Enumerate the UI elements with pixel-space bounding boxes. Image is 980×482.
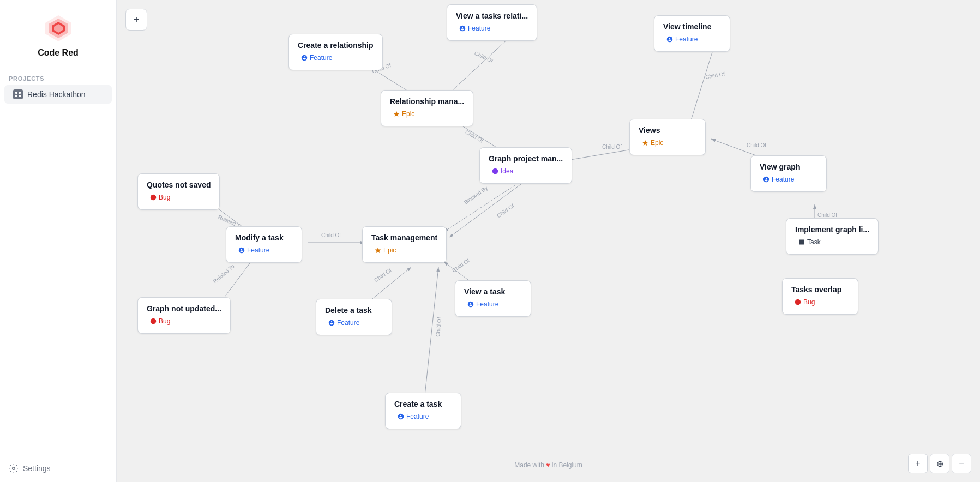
node-badge: Bug [147,192,173,202]
zoom-out-button[interactable]: − [952,454,971,473]
add-button[interactable]: + [125,9,147,31]
node-badge: Feature [464,299,502,309]
node-create-task[interactable]: Create a task Feature [385,393,461,429]
globe-button[interactable]: ⊕ [930,454,949,473]
svg-rect-6 [15,95,17,97]
node-view-tasks-rel[interactable]: View a tasks relati... Feature [447,4,537,41]
node-view-task[interactable]: View a task Feature [455,280,531,317]
svg-point-8 [13,467,15,470]
node-graph-not-updated[interactable]: Graph not updated... Bug [137,297,231,334]
node-title: View timeline [663,22,721,31]
graph-canvas: + Child Of Child Of Child Of Child Of Ch… [117,0,980,482]
node-badge: Feature [235,245,273,255]
node-relationship-mgmt[interactable]: Relationship mana... Epic [381,90,473,126]
node-title: Relationship mana... [390,97,464,106]
svg-text:Related To: Related To [212,263,236,284]
node-views[interactable]: Views Epic [629,119,706,155]
sidebar: Code Red PROJECTS Redis Hackathon Settin… [0,0,117,482]
svg-line-36 [368,267,411,303]
node-badge: Epic [390,109,418,119]
node-create-relationship[interactable]: Create a relationship Feature [288,34,383,70]
logo-area: Code Red [0,0,116,67]
node-badge: Idea [489,166,516,176]
projects-label: PROJECTS [0,67,116,85]
app-logo [43,13,74,44]
node-badge: Bug [147,316,173,326]
svg-text:Child Of: Child Of [321,232,341,238]
node-badge: Feature [456,23,494,33]
node-badge: Feature [394,412,432,421]
svg-marker-41 [642,140,648,146]
bug-icon [150,194,157,201]
svg-text:Child Of: Child Of [451,257,471,274]
feature-icon [467,301,474,308]
node-badge: Epic [639,138,666,148]
svg-marker-40 [394,111,400,117]
bug-icon [150,318,157,324]
idea-icon [492,168,498,174]
svg-rect-5 [19,92,21,94]
svg-text:Blocked By: Blocked By [463,185,489,206]
svg-text:Child Of: Child Of [435,317,442,337]
node-task-management[interactable]: Task management Epic [362,226,447,263]
settings-icon [9,463,19,473]
svg-point-42 [492,168,498,174]
node-delete-task[interactable]: Delete a task Feature [316,299,392,335]
node-title: Task management [371,233,437,242]
svg-text:Child Of: Child Of [373,267,393,284]
svg-rect-43 [799,240,804,245]
feature-icon [238,247,245,254]
node-title: Implement graph li... [795,225,869,234]
node-title: Quotes not saved [147,180,211,189]
node-implement-graph[interactable]: Implement graph li... Task [786,218,879,255]
node-quotes-not-saved[interactable]: Quotes not saved Bug [137,173,220,210]
app-name: Code Red [38,48,79,58]
node-badge: Epic [371,245,399,255]
feature-icon [328,320,335,326]
node-badge: Feature [298,53,335,63]
node-badge: Feature [663,34,701,44]
epic-icon [375,247,381,254]
node-view-timeline[interactable]: View timeline Feature [654,15,730,52]
feature-icon [763,176,769,183]
node-tasks-overlap[interactable]: Tasks overlap Bug [782,278,858,315]
footer-heart: ♥ [546,461,550,469]
svg-text:Child Of: Child Of [747,142,766,148]
svg-rect-4 [15,92,17,94]
node-title: Create a relationship [298,41,374,50]
zoom-controls: + ⊕ − [908,454,971,473]
node-badge: Bug [791,297,818,307]
node-title: Views [639,126,696,135]
task-icon [798,239,805,245]
sidebar-item-redis-hackathon[interactable]: Redis Hackathon [4,85,112,104]
node-title: Tasks overlap [791,285,849,294]
node-title: Graph not updated... [147,304,221,313]
zoom-in-button[interactable]: + [908,454,928,473]
svg-point-47 [151,318,157,324]
settings-item[interactable]: Settings [0,455,116,482]
node-title: Modify a task [235,233,293,242]
node-title: View a tasks relati... [456,11,528,20]
feature-icon [459,25,466,32]
node-title: Delete a task [325,306,383,315]
epic-icon [393,111,400,117]
footer: Made with ♥ in Belgium [514,461,582,469]
node-title: Graph project man... [489,154,563,163]
node-modify-task[interactable]: Modify a task Feature [226,226,302,263]
svg-text:Child Of: Child Of [817,212,837,218]
node-graph-project-mgmt[interactable]: Graph project man... Idea [479,147,572,184]
svg-text:Child Of: Child Of [473,50,494,64]
node-title: Create a task [394,400,452,408]
node-view-graph[interactable]: View graph Feature [750,155,827,192]
node-title: View graph [760,162,817,171]
svg-text:Child Of: Child Of [705,71,725,80]
svg-text:Child Of: Child Of [464,129,484,144]
node-badge: Task [795,237,824,247]
bug-icon [795,299,801,305]
settings-label: Settings [23,464,51,473]
project-name: Redis Hackathon [27,90,86,99]
svg-text:Child Of: Child Of [496,203,515,219]
node-badge: Feature [325,318,363,328]
svg-line-26 [449,183,523,237]
svg-marker-45 [375,248,381,254]
